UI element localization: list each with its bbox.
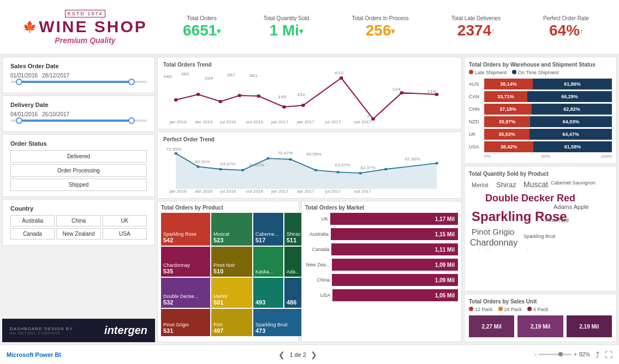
- warehouse-label-nzd: NZD: [469, 119, 484, 124]
- can-ontime-bar[interactable]: 66,29%: [527, 91, 612, 102]
- country-canada[interactable]: Canada: [10, 228, 55, 240]
- treemap-kaska[interactable]: Kaska...: [253, 247, 283, 277]
- nzd-ontime-bar[interactable]: 64,03%: [530, 116, 612, 127]
- aus-late-bar[interactable]: 38,14%: [484, 79, 533, 89]
- delivery-date-slider[interactable]: [10, 120, 147, 122]
- sales-bar-24pack[interactable]: 2,19 Mil: [517, 315, 563, 337]
- nzd-late-bar[interactable]: 35,97%: [484, 116, 530, 127]
- kpi-late-deliveries-value: 2374↑: [457, 22, 495, 39]
- market-title: Total Orders by Market: [305, 205, 458, 211]
- country-usa[interactable]: USA: [103, 228, 147, 240]
- chn-ontime-bar[interactable]: 62,82%: [532, 104, 612, 115]
- market-bar-usa[interactable]: 1,05 Mil: [332, 289, 458, 301]
- orders-trend-card: Total Orders Trend 340 381 334 367 361 1…: [157, 57, 462, 129]
- chn-late-bar[interactable]: 37,18%: [484, 104, 532, 115]
- country-australia[interactable]: Australia: [10, 215, 55, 226]
- status-shipped-button[interactable]: Shipped: [10, 178, 147, 191]
- kpi-process-arrow-icon: ▾: [391, 27, 395, 35]
- market-item-canada: Canada 1,11 Mil: [305, 243, 458, 255]
- order-status-filter: Order Status Delivered Order Processing …: [2, 134, 155, 197]
- kpi-qty-sold: Total Quantity Sold 1 Mi▾: [263, 15, 309, 39]
- market-item-newzealand: New Zea... 1,09 Mil: [305, 259, 458, 271]
- aus-ontime-bar[interactable]: 61,86%: [533, 79, 612, 89]
- market-bar-newzealand[interactable]: 1,09 Mil: [332, 259, 458, 271]
- treemap-muscat[interactable]: Muscat523: [211, 213, 252, 246]
- warehouse-rows: AUS 38,14% 61,86% CAN 33,71% 66,29%: [469, 79, 612, 152]
- fullscreen-icon[interactable]: ⛶: [605, 350, 612, 359]
- dashboard-design-label: DASHBOARD DESIGN BY: [10, 326, 73, 331]
- market-bar-section: Total Orders by Market UK 1,17 Mil Austr…: [301, 201, 462, 342]
- country-china[interactable]: China: [56, 215, 100, 226]
- next-page-button[interactable]: ❯: [311, 350, 317, 359]
- pack6-dot: [527, 307, 532, 311]
- treemap-merlot[interactable]: Merlot501: [211, 278, 252, 308]
- content-area: Sales Order Date 01/01/2016 28/12/2017 D…: [0, 55, 619, 344]
- warehouse-row-usa: USA 38,42% 61,58%: [469, 141, 612, 152]
- delivery-date-start: 04/01/2016: [10, 111, 38, 117]
- legend-late-label: Late Shipment: [475, 70, 507, 75]
- footer-nav: ❮ 1 de 2 ❯: [278, 350, 317, 359]
- sales-date-slider[interactable]: [10, 81, 147, 83]
- pack12-dot: [469, 307, 473, 311]
- treemap-port[interactable]: Port497: [211, 309, 252, 336]
- status-delivered-button[interactable]: Delivered: [10, 150, 147, 163]
- svg-text:381: 381: [181, 71, 190, 76]
- zoom-minus-icon[interactable]: -: [535, 351, 537, 357]
- status-processing-button[interactable]: Order Processing: [10, 164, 147, 177]
- right-panel: Total Orders by Warehouse and Shipment S…: [464, 57, 617, 342]
- treemap-pinot-noir[interactable]: Pinot Noir510: [211, 247, 252, 277]
- kpi-in-process: Total Orders In Process 256▾: [352, 15, 408, 39]
- country-uk[interactable]: UK: [103, 215, 147, 226]
- usa-late-bar[interactable]: 38,42%: [484, 141, 533, 152]
- svg-text:abr 2017: abr 2017: [297, 120, 314, 124]
- pack12-label: 12 Pack: [475, 307, 493, 312]
- market-bar-china[interactable]: 1,09 Mil: [332, 274, 458, 286]
- can-late-bar[interactable]: 33,71%: [484, 91, 527, 102]
- svg-point-19: [371, 117, 375, 121]
- market-bar-canada[interactable]: 1,11 Mil: [331, 243, 458, 255]
- market-bar-australia[interactable]: 1,15 Mil: [331, 228, 458, 240]
- kpi-total-orders-label: Total Orders: [187, 15, 216, 21]
- treemap-pinot-grigio[interactable]: Pinot Grigio531: [161, 309, 210, 336]
- kpi-late-deliveries: Total Late Deliveries 2374↑: [451, 15, 501, 39]
- warehouse-row-aus: AUS 38,14% 61,86%: [469, 79, 612, 89]
- zoom-slider[interactable]: [539, 354, 572, 355]
- order-status-label: Order Status: [10, 140, 147, 147]
- sales-bar-6pack[interactable]: 2,19 Mil: [567, 315, 612, 337]
- warehouse-row-can: CAN 33,71% 66,29%: [469, 91, 612, 102]
- uk-late-bar[interactable]: 35,53%: [484, 129, 529, 140]
- perfect-trend-card: Perfect Order Trend 72.65% 64.31% 63.07%…: [157, 132, 462, 199]
- country-new-zealand[interactable]: New Zealand: [56, 228, 100, 240]
- sales-bar-6pack-value: 2,19 Mil: [579, 324, 599, 330]
- kpi-total-orders: Total Orders 6651▾: [183, 15, 221, 39]
- treemap-double-decker[interactable]: Double Decke...532: [161, 278, 210, 308]
- warehouse-label-chn: CHN: [469, 106, 484, 112]
- warehouse-bars-chn: 37,18% 62,82%: [484, 104, 612, 115]
- sales-bar-12pack[interactable]: 2,27 Mil: [469, 315, 514, 337]
- treemap-sparkling-rose[interactable]: Sparkling Rose542: [161, 213, 210, 246]
- country-label: Country: [10, 205, 147, 212]
- intergen-sub-label: AN NETSOL COMPANY: [10, 331, 73, 335]
- treemap-chardonnay[interactable]: Chardonnay535: [161, 247, 210, 277]
- warehouse-legend: Late Shipment On Time Shipment: [469, 70, 612, 75]
- prev-page-button[interactable]: ❮: [278, 350, 285, 359]
- wc-double-decker: Double Decker Red: [485, 193, 575, 204]
- wc-pinot-noir: Pinot Noir: [545, 217, 569, 223]
- svg-point-44: [266, 157, 270, 160]
- warehouse-label-can: CAN: [469, 94, 484, 99]
- svg-text:70.47%: 70.47%: [278, 151, 293, 156]
- pack6-label: 6 Pack: [533, 307, 549, 312]
- warehouse-row-uk: UK 35,53% 64,47%: [469, 129, 612, 140]
- treemap-cabernet[interactable]: Caberne...517: [253, 213, 283, 246]
- market-bar-uk[interactable]: 1,17 Mil: [330, 213, 458, 225]
- powerbi-label[interactable]: Microsoft Power BI: [7, 351, 61, 358]
- kpi-qty-arrow-icon: ▾: [299, 27, 303, 35]
- zoom-plus-icon[interactable]: +: [574, 351, 577, 357]
- treemap-cell-493[interactable]: 493: [253, 278, 283, 308]
- svg-point-50: [435, 162, 438, 165]
- svg-text:334: 334: [205, 76, 213, 81]
- usa-ontime-bar[interactable]: 61,58%: [533, 141, 612, 152]
- share-icon[interactable]: ⤴: [596, 350, 599, 359]
- warehouse-bars-can: 33,71% 66,29%: [484, 91, 612, 102]
- uk-ontime-bar[interactable]: 64,47%: [529, 129, 612, 140]
